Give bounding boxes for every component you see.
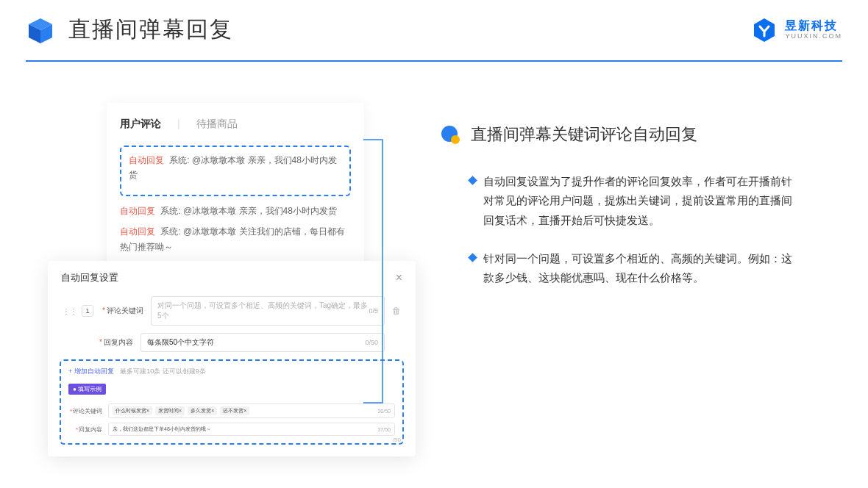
keyword-tag: 发货时间×	[155, 406, 185, 415]
keyword-tag: 还不发货×	[220, 406, 249, 415]
tab-user-comments[interactable]: 用户评论	[120, 118, 161, 131]
comment-row: 自动回复 系统: @冰墩墩本墩 亲亲，我们48小时内发货	[129, 153, 342, 183]
auto-reply-label: 自动回复	[120, 226, 155, 237]
settings-modal: 自动回复设置 × ⋮⋮ 1 *评论关键词 对同一个问题，可设置多个相近、高频的关…	[48, 261, 416, 456]
form-row-keywords: ⋮⋮ 1 *评论关键词 对同一个问题，可设置多个相近、高频的关键词，Tag确定，…	[60, 296, 404, 326]
example-row-keywords: *评论关键词 什么时候发货× 发货时间× 多久发货× 还不发货× 20/50	[68, 403, 395, 418]
ex-label: *回复内容	[68, 426, 102, 434]
tab-pending-goods[interactable]: 待播商品	[196, 118, 238, 131]
close-icon[interactable]: ×	[396, 271, 402, 284]
diamond-icon	[468, 176, 477, 185]
ex-label: *评论关键词	[68, 407, 102, 415]
bullet-text: 自动回复设置为了提升作者的评论回复效率，作者可在开播前针对常见的评论用户问题，提…	[483, 172, 800, 230]
char-count: 20/50	[377, 409, 391, 414]
system-label: 系统:	[160, 226, 180, 237]
label-content: *回复内容	[90, 337, 133, 348]
char-count: 37/50	[377, 427, 391, 432]
trailing-count: /50	[393, 437, 401, 443]
system-label: 系统:	[160, 206, 180, 216]
example-content-input: 亲，我们这边都是下单48小时内发货的哦～ 37/50	[108, 423, 395, 436]
right-content: 直播间弹幕关键词评论自动回复 自动回复设置为了提升作者的评论回复效率，作者可在开…	[440, 123, 822, 306]
char-count: 0/5	[369, 307, 378, 315]
brand-logo-icon	[751, 17, 778, 43]
keyword-tag: 什么时候发货×	[113, 406, 152, 415]
modal-title: 自动回复设置	[61, 271, 118, 284]
heading-icon	[440, 124, 460, 145]
auto-reply-label: 自动回复	[129, 155, 164, 165]
cube-icon	[26, 15, 55, 45]
header-left: 直播间弹幕回复	[26, 15, 233, 45]
brand-name-cn: 昱新科技	[785, 20, 842, 32]
svg-point-4	[451, 135, 460, 144]
system-label: 系统:	[169, 155, 189, 165]
bullet-item: 自动回复设置为了提升作者的评论回复效率，作者可在开播前针对常见的评论用户问题，提…	[440, 172, 822, 230]
form-row-content: *回复内容 每条限50个中文字符 0/50	[60, 333, 404, 352]
auto-reply-label: 自动回复	[120, 206, 155, 216]
bullet-text: 针对同一个问题，可设置多个相近的、高频的关键词。例如：这款多少钱、这块能优惠吗、…	[483, 249, 800, 288]
comment-tabs: 用户评论 | 待播商品	[120, 118, 351, 131]
example-row-content: *回复内容 亲，我们这边都是下单48小时内发货的哦～ 37/50	[68, 423, 395, 436]
trash-icon[interactable]: 🗑	[392, 306, 401, 316]
comment-row: 自动回复 系统: @冰墩墩本墩 关注我们的店铺，每日都有热门推荐呦～	[120, 224, 351, 254]
diamond-icon	[468, 253, 477, 262]
bullet-item: 针对同一个问题，可设置多个相近的、高频的关键词。例如：这款多少钱、这块能优惠吗、…	[440, 249, 822, 288]
example-box: + 增加自动回复 最多可建10条 还可以创建9条 ● 填写示例 *评论关键词 什…	[60, 359, 404, 445]
brand: 昱新科技 YUUXIN.COM	[751, 17, 842, 43]
brand-text: 昱新科技 YUUXIN.COM	[785, 20, 842, 40]
page-header: 直播间弹幕回复 昱新科技 YUUXIN.COM	[26, 15, 842, 45]
drag-handle-icon[interactable]: ⋮⋮	[63, 307, 77, 315]
row-prefix: ⋮⋮ 1	[63, 305, 93, 317]
brand-name-en: YUUXIN.COM	[785, 33, 842, 40]
input-content[interactable]: 每条限50个中文字符 0/50	[140, 333, 385, 352]
keyword-tag: 多久发货×	[188, 406, 217, 415]
modal-header: 自动回复设置 ×	[60, 271, 404, 284]
char-count: 0/50	[365, 339, 378, 346]
placeholder-text: 对同一个问题，可设置多个相近、高频的关键词，Tag确定，最多5个	[157, 301, 369, 321]
tag-group: 什么时候发货× 发货时间× 多久发货× 还不发货×	[113, 406, 249, 415]
label-keywords: *评论关键词	[101, 306, 143, 316]
comment-row: 自动回复 系统: @冰墩墩本墩 亲亲，我们48小时内发货	[120, 204, 351, 218]
add-hint: 最多可建10条 还可以创建9条	[120, 367, 206, 375]
add-auto-reply-link[interactable]: + 增加自动回复 最多可建10条 还可以创建9条	[68, 367, 395, 376]
input-keywords[interactable]: 对同一个问题，可设置多个相近、高频的关键词，Tag确定，最多5个 0/5	[151, 296, 385, 326]
tab-divider: |	[177, 118, 180, 131]
placeholder-text: 每条限50个中文字符	[147, 337, 214, 348]
example-content-text: 亲，我们这边都是下单48小时内发货的哦～	[113, 426, 211, 433]
index-badge: 1	[82, 305, 93, 317]
highlighted-comment: 自动回复 系统: @冰墩墩本墩 亲亲，我们48小时内发货	[120, 146, 351, 196]
example-badge: ● 填写示例	[68, 384, 106, 395]
section-heading: 直播间弹幕关键词评论自动回复	[440, 123, 822, 146]
example-keywords-input: 什么时候发货× 发货时间× 多久发货× 还不发货× 20/50	[108, 403, 395, 418]
page-title: 直播间弹幕回复	[68, 15, 233, 45]
comment-text: @冰墩墩本墩 亲亲，我们48小时内发货	[183, 206, 337, 216]
header-divider	[26, 60, 842, 62]
heading-text: 直播间弹幕关键词评论自动回复	[471, 123, 697, 146]
